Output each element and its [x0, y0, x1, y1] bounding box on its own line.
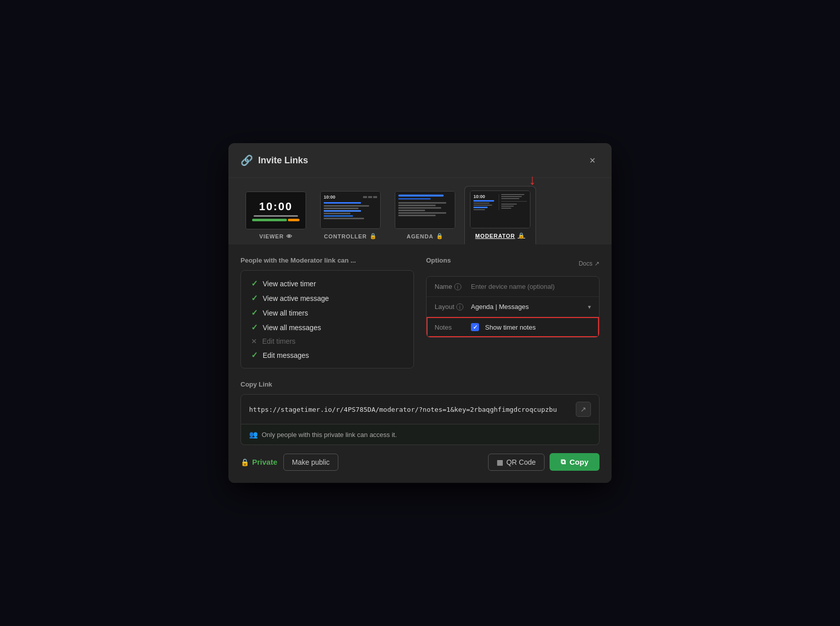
private-notice-icon: 👥	[249, 430, 258, 439]
modal-overlay: 🔗 Invite Links × ↓ 10:00	[0, 0, 840, 626]
permissions-title: People with the Moderator link can ...	[241, 257, 414, 264]
perm-label-2: View active message	[263, 294, 329, 302]
controller-thumbnail: 10:00	[320, 191, 381, 229]
tabs-area: ↓ 10:00 VIEWER 👁	[228, 178, 612, 244]
agenda-lock-icon: 🔒	[436, 233, 444, 239]
copy-doc-icon: ⧉	[561, 458, 566, 466]
perm-edit-messages: ✓ Edit messages	[251, 350, 403, 360]
layout-select[interactable]: Agenda | Messages ▾	[471, 303, 591, 310]
controller-lock-icon: 🔒	[370, 233, 377, 239]
check-icon-3: ✓	[251, 308, 258, 318]
open-link-icon: ↗	[580, 405, 586, 413]
docs-link[interactable]: Docs ↗	[579, 260, 599, 267]
options-title: Options	[426, 257, 451, 264]
open-link-button[interactable]: ↗	[576, 402, 591, 417]
moderator-lock-icon: 🔒	[518, 232, 525, 239]
url-text: https://stagetimer.io/r/4PS785DA/moderat…	[249, 406, 572, 413]
options-section: Options Docs ↗ Name i	[426, 257, 599, 368]
perm-edit-timers: ✕ Edit timers	[251, 337, 403, 345]
x-icon-1: ✕	[251, 337, 257, 345]
close-button[interactable]: ×	[585, 153, 599, 167]
option-name-row: Name i	[427, 277, 599, 297]
docs-label: Docs	[579, 260, 592, 267]
two-column-layout: People with the Moderator link can ... ✓…	[241, 257, 599, 368]
qr-code-label: QR Code	[506, 458, 535, 466]
perm-label-1: View active timer	[263, 280, 316, 288]
check-icon-5: ✓	[251, 350, 258, 360]
private-notice-text: Only people with this private link can a…	[262, 431, 397, 439]
perm-label-3: View all timers	[263, 309, 308, 317]
notes-checkbox[interactable]	[471, 323, 479, 331]
permissions-box: ✓ View active timer ✓ View active messag…	[241, 270, 414, 368]
private-badge: 🔒 Private	[241, 458, 277, 466]
make-public-button[interactable]: Make public	[283, 454, 338, 471]
option-notes-row: Notes Show timer notes	[427, 317, 599, 337]
tab-moderator[interactable]: 10:00	[464, 186, 536, 244]
check-icon-2: ✓	[251, 293, 258, 303]
perm-view-active-message: ✓ View active message	[251, 293, 403, 303]
copy-label: Copy	[570, 458, 589, 466]
check-icon-1: ✓	[251, 279, 258, 288]
perm-view-all-timers: ✓ View all timers	[251, 308, 403, 318]
modal-body: People with the Moderator link can ... ✓…	[228, 244, 612, 483]
viewer-time: 10:00	[259, 200, 292, 213]
tab-agenda[interactable]: AGENDA 🔒	[390, 187, 460, 244]
tab-viewer[interactable]: 10:00 VIEWER 👁	[241, 187, 311, 244]
link-icon: 🔗	[241, 154, 253, 166]
agenda-thumbnail	[395, 191, 455, 229]
perm-label-6: Edit messages	[263, 351, 309, 359]
tab-viewer-label: VIEWER 👁	[259, 233, 292, 239]
viewer-thumbnail: 10:00	[246, 192, 306, 229]
copy-link-section: Copy Link https://stagetimer.io/r/4PS785…	[241, 381, 599, 445]
option-layout-row: Layout i Agenda | Messages ▾	[427, 297, 599, 317]
viewer-user-icon: 👁	[286, 233, 292, 239]
tab-controller-label: CONTROLLER 🔒	[324, 233, 377, 239]
check-icon-4: ✓	[251, 323, 258, 332]
layout-info-icon[interactable]: i	[456, 303, 463, 310]
notes-checkbox-label: Show timer notes	[485, 324, 535, 331]
qr-code-button[interactable]: ▦ QR Code	[488, 454, 544, 471]
moderator-thumbnail: 10:00	[470, 191, 530, 228]
perm-view-all-messages: ✓ View all messages	[251, 323, 403, 332]
modal-title: Invite Links	[258, 155, 308, 166]
chevron-down-icon: ▾	[588, 303, 591, 310]
arrow-indicator: ↓	[529, 173, 536, 187]
private-label: Private	[252, 458, 277, 466]
header-left: 🔗 Invite Links	[241, 154, 308, 166]
invite-links-modal: 🔗 Invite Links × ↓ 10:00	[228, 143, 612, 483]
option-layout-label: Layout i	[435, 303, 465, 310]
perm-label-4: View all messages	[263, 324, 321, 332]
permissions-section: People with the Moderator link can ... ✓…	[241, 257, 414, 368]
device-name-input[interactable]	[471, 283, 591, 290]
footer-right: ▦ QR Code ⧉ Copy	[488, 453, 599, 471]
tab-moderator-label: MODERATOR 🔒	[475, 232, 525, 239]
private-notice: 👥 Only people with this private link can…	[241, 424, 599, 445]
layout-value: Agenda | Messages	[471, 303, 529, 310]
url-row: https://stagetimer.io/r/4PS785DA/moderat…	[241, 394, 599, 424]
perm-label-5: Edit timers	[262, 337, 295, 345]
copy-link-title: Copy Link	[241, 381, 599, 388]
qr-icon: ▦	[497, 458, 503, 466]
name-info-icon[interactable]: i	[454, 283, 461, 290]
tab-agenda-label: AGENDA 🔒	[407, 233, 444, 239]
options-header: Options Docs ↗	[426, 257, 599, 270]
lock-green-icon: 🔒	[241, 458, 249, 466]
footer-left: 🔒 Private Make public	[241, 454, 338, 471]
option-name-label: Name i	[435, 283, 465, 290]
copy-button[interactable]: ⧉ Copy	[550, 453, 600, 471]
option-notes-label: Notes	[435, 324, 465, 331]
perm-view-active-timer: ✓ View active timer	[251, 279, 403, 288]
options-box: Name i Layout i Agenda	[426, 276, 599, 338]
modal-footer: 🔒 Private Make public ▦ QR Code ⧉ Copy	[241, 453, 599, 471]
modal-header: 🔗 Invite Links ×	[228, 143, 612, 178]
tab-controller[interactable]: 10:00	[315, 187, 386, 244]
external-link-icon: ↗	[594, 260, 599, 267]
